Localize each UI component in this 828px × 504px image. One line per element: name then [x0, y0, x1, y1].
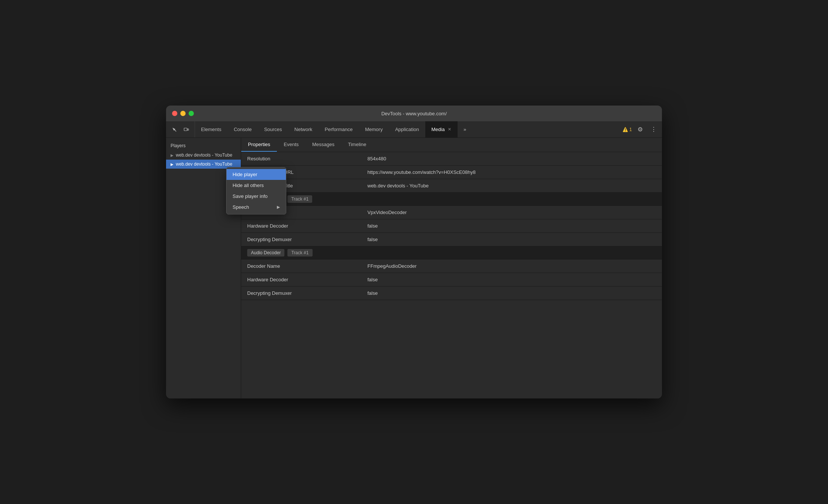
prop-value-playback-url: https://www.youtube.com/watch?v=H0XScE08… — [361, 166, 662, 178]
svg-rect-1 — [184, 128, 187, 131]
minimize-button[interactable] — [180, 111, 186, 116]
context-menu: Hide player Hide all others Save player … — [226, 167, 286, 214]
window-title: DevTools - www.youtube.com/ — [381, 111, 447, 116]
settings-icon[interactable]: ⚙ — [635, 124, 645, 135]
nav-tabs: Elements Console Sources Network Perform… — [195, 121, 619, 137]
audio-decoder-badge: Audio Decoder — [247, 249, 284, 257]
tab-more[interactable]: » — [458, 121, 473, 137]
audio-decoder-track: Track #1 — [287, 249, 312, 257]
properties-table: Resolution 854x480 Playback Frame URL ht… — [241, 152, 662, 398]
tab-performance[interactable]: Performance — [319, 121, 359, 137]
prop-row-resolution: Resolution 854x480 — [241, 152, 662, 166]
tab-console[interactable]: Console — [228, 121, 258, 137]
tab-media-close[interactable]: ✕ — [448, 127, 451, 132]
prop-key-video-demuxer: Decrypting Demuxer — [241, 234, 361, 245]
speech-submenu-arrow: ▶ — [277, 205, 280, 210]
tab-elements[interactable]: Elements — [195, 121, 228, 137]
player-arrow-1: ▶ — [171, 153, 174, 157]
toolbar: Elements Console Sources Network Perform… — [166, 121, 662, 138]
sidebar-title: Players — [166, 141, 241, 151]
prop-value-video-decoder-name: VpxVideoDecoder — [361, 207, 662, 218]
prop-row-video-hardware: Hardware Decoder false — [241, 219, 662, 233]
more-options-icon[interactable]: ⋮ — [648, 124, 659, 135]
panel-tabs: Properties Events Messages Timeline — [241, 138, 662, 152]
prop-value-resolution: 854x480 — [361, 153, 662, 164]
prop-value-video-hardware: false — [361, 220, 662, 232]
video-decoder-track: Track #1 — [287, 195, 312, 203]
prop-key-audio-decoder-name: Decoder Name — [241, 260, 361, 272]
prop-value-audio-hardware: false — [361, 274, 662, 285]
inspect-icon[interactable] — [169, 124, 180, 135]
main-content: Players ▶ web.dev devtools - YouTube ▶ w… — [166, 138, 662, 398]
traffic-lights — [172, 111, 194, 116]
tab-sources[interactable]: Sources — [258, 121, 289, 137]
prop-row-playback-url: Playback Frame URL https://www.youtube.c… — [241, 166, 662, 179]
prop-key-audio-hardware: Hardware Decoder — [241, 274, 361, 285]
devtools-window: DevTools - www.youtube.com/ Elements — [166, 106, 662, 398]
tab-timeline[interactable]: Timeline — [341, 138, 373, 152]
context-menu-item-save-player-info[interactable]: Save player info — [227, 191, 286, 202]
toolbar-icon-group — [166, 121, 195, 137]
svg-line-0 — [175, 130, 177, 131]
svg-rect-2 — [187, 129, 189, 130]
section-video-decoder: Video Decoder Track #1 — [241, 193, 662, 206]
tab-network[interactable]: Network — [289, 121, 319, 137]
title-bar: DevTools - www.youtube.com/ — [166, 106, 662, 121]
warning-badge: ⚠️ 1 — [623, 127, 632, 132]
context-menu-item-speech[interactable]: Speech ▶ — [227, 202, 286, 213]
toolbar-right: ⚠️ 1 ⚙ ⋮ — [619, 121, 662, 137]
tab-messages[interactable]: Messages — [305, 138, 341, 152]
prop-row-audio-decoder-name: Decoder Name FFmpegAudioDecoder — [241, 260, 662, 273]
prop-row-video-decoder-name: Decoder Name VpxVideoDecoder — [241, 206, 662, 219]
context-menu-item-hide-player[interactable]: Hide player — [227, 169, 286, 180]
prop-key-resolution: Resolution — [241, 153, 361, 164]
prop-value-playback-title: web.dev devtools - YouTube — [361, 180, 662, 192]
prop-row-playback-title: Playback Frame Title web.dev devtools - … — [241, 179, 662, 193]
prop-row-audio-demuxer: Decrypting Demuxer false — [241, 287, 662, 300]
section-audio-decoder: Audio Decoder Track #1 — [241, 246, 662, 260]
device-icon[interactable] — [181, 124, 192, 135]
panel: Properties Events Messages Timeline Reso… — [241, 138, 662, 398]
prop-value-audio-demuxer: false — [361, 287, 662, 299]
sidebar: Players ▶ web.dev devtools - YouTube ▶ w… — [166, 138, 241, 398]
tab-application[interactable]: Application — [389, 121, 426, 137]
prop-key-audio-demuxer: Decrypting Demuxer — [241, 287, 361, 299]
tab-properties[interactable]: Properties — [241, 138, 277, 152]
close-button[interactable] — [172, 111, 177, 116]
tab-memory[interactable]: Memory — [359, 121, 389, 137]
player-arrow-2: ▶ — [171, 162, 174, 166]
prop-row-video-demuxer: Decrypting Demuxer false — [241, 233, 662, 246]
context-menu-item-hide-all-others[interactable]: Hide all others — [227, 180, 286, 191]
warning-icon: ⚠️ — [623, 127, 628, 132]
prop-row-audio-hardware: Hardware Decoder false — [241, 273, 662, 287]
prop-value-video-demuxer: false — [361, 234, 662, 245]
tab-media[interactable]: Media ✕ — [425, 121, 457, 137]
tab-events[interactable]: Events — [277, 138, 305, 152]
maximize-button[interactable] — [189, 111, 194, 116]
prop-value-audio-decoder-name: FFmpegAudioDecoder — [361, 260, 662, 272]
prop-key-video-hardware: Hardware Decoder — [241, 220, 361, 232]
player-item-1[interactable]: ▶ web.dev devtools - YouTube — [166, 151, 241, 160]
